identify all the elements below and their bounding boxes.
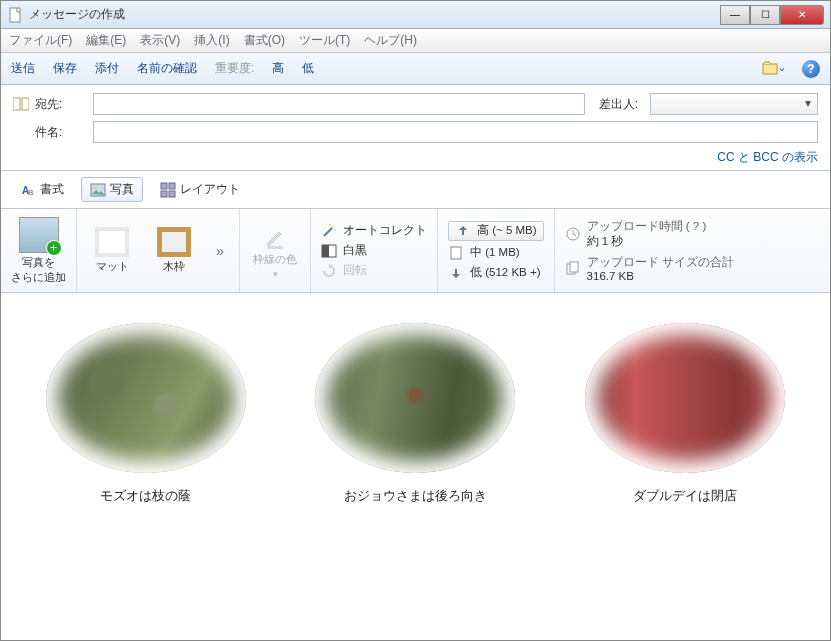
photo-item[interactable]: おジョウさまは後ろ向き <box>315 323 515 505</box>
frame-more[interactable]: » <box>211 243 229 259</box>
svg-rect-21 <box>570 262 578 272</box>
pages-icon <box>565 261 581 277</box>
photo-ribbon: 写真を さらに追加 マット 木枠 » 枠線の色 ▾ オートコレクト <box>1 209 830 293</box>
photo-item[interactable]: モズオは枝の蔭 <box>46 323 246 505</box>
layout-icon <box>160 182 176 198</box>
photo-caption: モズオは枝の蔭 <box>100 487 191 505</box>
svg-rect-18 <box>451 247 461 259</box>
ribbon-add-group: 写真を さらに追加 <box>1 209 77 292</box>
rotate-icon <box>321 263 337 279</box>
tab-photo[interactable]: 写真 <box>81 177 143 202</box>
ribbon-frame-group: マット 木枠 » <box>77 209 240 292</box>
window-title: メッセージの作成 <box>29 6 720 23</box>
upload-size-row: アップロード サイズの合計 316.7 KB <box>565 255 734 282</box>
photo-caption: おジョウさまは後ろ向き <box>344 487 487 505</box>
paint-icon <box>261 222 289 250</box>
clock-icon <box>565 226 581 242</box>
close-button[interactable]: ✕ <box>780 5 824 25</box>
svg-point-15 <box>329 224 331 226</box>
window-controls: — ☐ ✕ <box>720 5 824 25</box>
ccbcc-link[interactable]: CC と BCC の表示 <box>13 149 818 166</box>
size-med-button[interactable]: 中 (1 MB) <box>448 245 544 261</box>
menu-edit[interactable]: 編集(E) <box>86 32 126 49</box>
photo-icon <box>90 182 106 198</box>
document-icon <box>7 7 23 23</box>
rotate-button[interactable]: 回転 <box>321 263 427 279</box>
frame-wood[interactable]: 木枠 <box>149 227 199 274</box>
bw-button[interactable]: 白黒 <box>321 243 427 259</box>
menu-help[interactable]: ヘルプ(H) <box>364 32 417 49</box>
svg-rect-0 <box>10 8 20 22</box>
svg-rect-1 <box>763 64 777 74</box>
border-color-button: 枠線の色 ▾ <box>250 222 300 279</box>
priority-label: 重要度: <box>215 60 254 77</box>
menu-insert[interactable]: 挿入(I) <box>194 32 229 49</box>
tab-layout[interactable]: レイアウト <box>151 177 249 202</box>
svg-rect-10 <box>161 191 167 197</box>
priority-high[interactable]: 高 <box>272 60 284 77</box>
sender-label: 差出人: <box>599 96 638 113</box>
svg-point-7 <box>94 186 97 189</box>
size-high-button[interactable]: 高 (~ 5 MB) <box>448 221 544 241</box>
autocorrect-button[interactable]: オートコレクト <box>321 223 427 239</box>
svg-rect-8 <box>161 183 167 189</box>
photo-gallery: モズオは枝の蔭 おジョウさまは後ろ向き ダブルデイは閉店 <box>21 323 810 505</box>
to-label: 宛先: <box>35 96 87 113</box>
svg-text:B: B <box>28 188 33 197</box>
folder-dropdown-icon[interactable] <box>762 60 784 78</box>
add-photo-button[interactable]: 写真を さらに追加 <box>11 217 66 285</box>
page-icon <box>448 245 464 261</box>
svg-rect-12 <box>267 246 283 249</box>
svg-rect-9 <box>169 183 175 189</box>
checknames-button[interactable]: 名前の確認 <box>137 60 197 77</box>
frame-matte[interactable]: マット <box>87 227 137 274</box>
matte-thumb-icon <box>95 227 129 257</box>
upload-high-icon <box>455 223 471 239</box>
svg-point-13 <box>332 226 334 228</box>
size-low-button[interactable]: 低 (512 KB +) <box>448 265 544 281</box>
wand-icon <box>321 223 337 239</box>
message-body[interactable]: モズオは枝の蔭 おジョウさまは後ろ向き ダブルデイは閉店 <box>1 293 830 641</box>
photo-item[interactable]: ダブルデイは閉店 <box>585 323 785 505</box>
address-block: 宛先: 差出人: 件名: CC と BCC の表示 <box>1 85 830 171</box>
photo-thumbnail <box>315 323 515 473</box>
save-button[interactable]: 保存 <box>53 60 77 77</box>
menu-file[interactable]: ファイル(F) <box>9 32 72 49</box>
download-low-icon <box>448 265 464 281</box>
subject-input[interactable] <box>93 121 818 143</box>
titlebar: メッセージの作成 — ☐ ✕ <box>1 1 830 29</box>
svg-rect-17 <box>322 245 329 257</box>
svg-rect-11 <box>169 191 175 197</box>
photo-thumbnail <box>585 323 785 473</box>
action-toolbar: 送信 保存 添付 名前の確認 重要度: 高 低 ? <box>1 53 830 85</box>
maximize-button[interactable]: ☐ <box>750 5 780 25</box>
priority-low[interactable]: 低 <box>302 60 314 77</box>
tab-format[interactable]: AB 書式 <box>11 177 73 202</box>
ribbon-correct-group: オートコレクト 白黒 回転 <box>311 209 438 292</box>
ribbon-info-group: アップロード時間 ( ? ) 約 1 秒 アップロード サイズの合計 316.7… <box>555 209 830 292</box>
menu-format[interactable]: 書式(O) <box>244 32 285 49</box>
addressbook-icon[interactable] <box>13 97 29 111</box>
add-photo-icon <box>19 217 59 253</box>
ribbon-size-group: 高 (~ 5 MB) 中 (1 MB) 低 (512 KB +) <box>438 209 555 292</box>
send-button[interactable]: 送信 <box>11 60 35 77</box>
chevron-down-icon: ▾ <box>273 269 278 279</box>
attach-button[interactable]: 添付 <box>95 60 119 77</box>
wood-thumb-icon <box>157 227 191 257</box>
bw-icon <box>321 243 337 259</box>
text-format-icon: AB <box>20 182 36 198</box>
sender-dropdown[interactable] <box>650 93 818 115</box>
to-input[interactable] <box>93 93 585 115</box>
help-icon[interactable]: ? <box>802 60 820 78</box>
photo-thumbnail <box>46 323 246 473</box>
subject-label: 件名: <box>35 124 87 141</box>
menu-tools[interactable]: ツール(T) <box>299 32 350 49</box>
photo-caption: ダブルデイは閉店 <box>633 487 737 505</box>
upload-time-row: アップロード時間 ( ? ) 約 1 秒 <box>565 219 734 249</box>
minimize-button[interactable]: — <box>720 5 750 25</box>
svg-rect-2 <box>13 98 20 110</box>
ribbon-border-group: 枠線の色 ▾ <box>240 209 311 292</box>
view-tabs: AB 書式 写真 レイアウト <box>1 171 830 209</box>
menubar: ファイル(F) 編集(E) 表示(V) 挿入(I) 書式(O) ツール(T) ヘ… <box>1 29 830 53</box>
menu-view[interactable]: 表示(V) <box>140 32 180 49</box>
